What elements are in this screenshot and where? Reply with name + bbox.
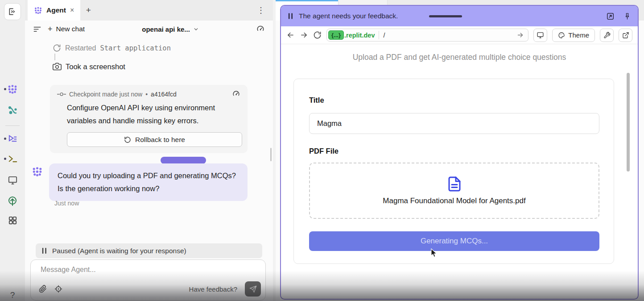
web-page-content: Upload a PDF and get AI-generated multip… (281, 44, 638, 298)
usage-gauge-icon[interactable] (256, 25, 265, 33)
mcq-form-card: Title PDF File Magma Foundational Model … (293, 79, 614, 264)
timeline-screenshot: Took a screenshot (53, 62, 125, 71)
pdf-field-label: PDF File (309, 147, 339, 155)
agent-tabbar: Agent × + ⋮ (25, 0, 273, 21)
pause-icon (288, 13, 293, 20)
checkpoint-separator: • (145, 91, 148, 98)
sidebar-toggle-button[interactable] (4, 3, 21, 20)
agent-tab-icon (34, 6, 42, 15)
plus-icon: + (48, 25, 53, 34)
feedback-link[interactable]: Have feedback? (189, 285, 237, 293)
usage-gauge-icon[interactable] (232, 90, 240, 98)
rollback-label: Rollback to here (135, 136, 185, 144)
sidebar-collapse-icon (8, 7, 17, 16)
checkpoint-description: Configure OpenAI API key using environme… (67, 101, 241, 127)
monitor-icon (537, 31, 544, 39)
target-scope-icon[interactable] (54, 285, 62, 293)
title-input[interactable] (309, 113, 599, 134)
message-input[interactable] (36, 263, 232, 276)
preview-panel: Progress × >_ Console + ⋮ The agent need… (276, 0, 644, 301)
checkpoint-title: Checkpoint made just now (69, 91, 142, 98)
pdf-dropzone[interactable]: Magma Foundational Model for Agents.pdf (309, 163, 599, 219)
sidebar-item-output[interactable] (0, 175, 25, 185)
navigate-arrow-icon[interactable] (516, 31, 524, 39)
feedback-banner-text: The agent needs your feedback. (299, 12, 398, 20)
publish-globe-icon (7, 196, 18, 206)
theme-palette-icon (558, 32, 565, 39)
sidebar-item-deploy[interactable] (0, 196, 25, 206)
pause-icon (41, 247, 47, 254)
checkpoint-commit-icon (57, 92, 66, 97)
apps-grid-icon (8, 215, 18, 226)
browser-toolbar: {...} .replit.dev / Theme (281, 26, 638, 44)
page-scrollbar[interactable] (627, 73, 630, 171)
panel-resize-handle[interactable] (270, 148, 272, 161)
checkpoint-card: Checkpoint made just now • a4164fcd Conf… (50, 85, 248, 153)
chat-toolbar: + New chat openai api ke... (25, 21, 273, 38)
paused-status-text: Paused (Agent is waiting for your respon… (52, 247, 186, 255)
tab-agent[interactable]: Agent × (28, 0, 80, 21)
sidebar-item-shell[interactable] (0, 154, 25, 164)
send-icon (249, 285, 257, 293)
devtools-button[interactable] (533, 29, 547, 42)
pin-icon[interactable] (623, 12, 631, 21)
screenshot-label: Took a screenshot (66, 63, 125, 71)
refresh-button[interactable] (313, 31, 322, 39)
rail-divider (5, 125, 20, 126)
terminal-icon (8, 154, 18, 164)
timeline-connector (54, 54, 55, 60)
open-external-button[interactable] (619, 29, 632, 42)
agent-message-bubble: Could you try uploading a PDF and genera… (49, 163, 248, 201)
url-bar[interactable]: {...} .replit.dev / (326, 29, 528, 42)
hidden-action-pill (161, 157, 206, 164)
thread-selector[interactable]: openai api ke... (142, 25, 199, 33)
agent-avatar (32, 166, 43, 177)
theme-button[interactable]: Theme (552, 29, 595, 42)
agent-panel: Agent × + ⋮ + New chat openai api ke... … (25, 0, 273, 301)
agent-icon (7, 84, 18, 95)
banner-progress-dash (429, 15, 462, 17)
left-icon-rail: ? (0, 0, 25, 301)
open-in-window-icon[interactable] (606, 12, 615, 21)
rollback-icon (124, 136, 131, 143)
settings-wrench-button[interactable] (600, 29, 614, 42)
url-host: .replit.dev (344, 32, 375, 39)
message-composer: Have feedback? (30, 259, 266, 301)
sidebar-item-workflows[interactable] (0, 105, 25, 116)
new-tab-button[interactable]: + (80, 0, 96, 21)
agent-tab-label: Agent (46, 6, 66, 14)
sidebar-item-agent[interactable] (0, 84, 25, 95)
paused-status-bar: Paused (Agent is waiting for your respon… (36, 243, 262, 258)
send-button[interactable] (245, 281, 261, 297)
back-button[interactable] (286, 31, 295, 39)
message-timestamp: Just now (54, 200, 79, 207)
feedback-banner: The agent needs your feedback. (281, 6, 638, 26)
chat-history-icon[interactable] (33, 25, 41, 33)
sidebar-item-apps[interactable] (0, 215, 25, 226)
generate-mcqs-button[interactable]: Generating MCQs... (309, 231, 599, 251)
webview-pane: The agent needs your feedback. (280, 5, 639, 300)
rollback-button[interactable]: Rollback to here (67, 132, 242, 147)
restarted-label: Restarted (65, 44, 96, 52)
close-tab-icon[interactable]: × (70, 6, 74, 14)
camera-icon (53, 62, 62, 71)
url-scheme-badge: {...} (328, 30, 344, 40)
workflows-icon (7, 105, 18, 116)
sidebar-item-progress[interactable] (0, 134, 25, 144)
url-path: / (383, 32, 385, 39)
timeline-restarted: Restarted Start application (53, 44, 171, 52)
attach-file-icon[interactable] (39, 285, 47, 293)
composer-actions: Have feedback? (39, 281, 261, 297)
forward-button[interactable] (300, 31, 308, 39)
restarted-command: Start application (100, 44, 171, 52)
new-chat-button[interactable]: + New chat (48, 25, 85, 34)
uploaded-file-name: Magma Foundational Model for Agents.pdf (383, 196, 525, 205)
title-field-label: Title (309, 96, 324, 105)
url-separator (379, 31, 379, 39)
wrench-icon (603, 32, 611, 39)
panel-menu-button[interactable]: ⋮ (253, 0, 268, 21)
checkpoint-header: Checkpoint made just now • a4164fcd (57, 90, 240, 98)
monitor-icon (8, 175, 18, 185)
progress-icon (8, 134, 18, 144)
help-button[interactable]: ? (0, 290, 25, 300)
